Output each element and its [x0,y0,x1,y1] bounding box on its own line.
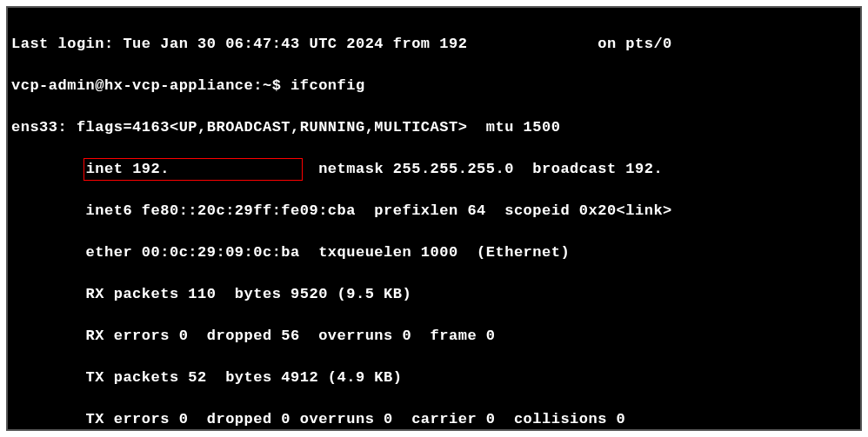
tx-packets-ens33: TX packets 52 bytes 4912 (4.9 KB) [11,367,860,388]
terminal-window[interactable]: Last login: Tue Jan 30 06:47:43 UTC 2024… [6,6,862,431]
inet6-line: inet6 fe80::20c:29ff:fe09:cba prefixlen … [11,201,860,222]
rx-packets-ens33: RX packets 110 bytes 9520 (9.5 KB) [11,284,860,305]
tx-errors-ens33: TX errors 0 dropped 0 overruns 0 carrier… [11,409,860,430]
inet-line: inet 192. netmask 255.255.255.0 broadcas… [11,159,860,180]
prompt-ifconfig: vcp-admin@hx-vcp-appliance:~$ ifconfig [11,76,860,96]
rx-errors-ens33: RX errors 0 dropped 56 overruns 0 frame … [11,326,860,347]
inet-indent [11,161,86,177]
iface-ens33-header: ens33: flags=4163<UP,BROADCAST,RUNNING,M… [11,117,860,138]
last-login-line: Last login: Tue Jan 30 06:47:43 UTC 2024… [11,34,860,55]
inet-address-highlight: inet 192. [83,158,303,181]
ether-line: ether 00:0c:29:09:0c:ba txqueuelen 1000 … [11,242,860,263]
inet-rest: netmask 255.255.255.0 broadcast 192. [300,161,663,177]
